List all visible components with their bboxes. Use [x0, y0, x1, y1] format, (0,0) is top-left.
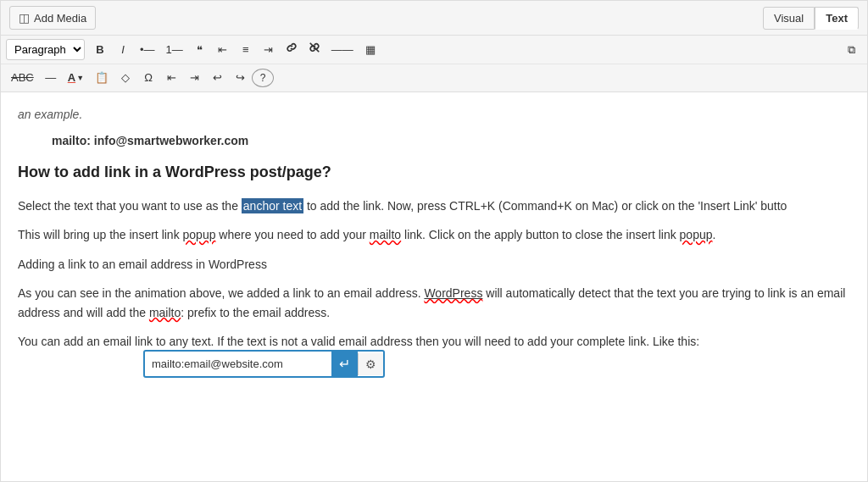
add-media-label: Add Media	[34, 12, 86, 25]
paragraph-2: This will bring up the insert link popup…	[18, 225, 850, 244]
anchor-text-highlight: anchor text	[242, 198, 303, 213]
editor-wrapper: ◫ Add Media Visual Text Paragraph Headin…	[0, 0, 868, 482]
tab-visual[interactable]: Visual	[763, 7, 815, 30]
redo-button[interactable]: ↪	[229, 67, 251, 89]
indent-button[interactable]: ⇥	[183, 67, 205, 89]
special-char-button[interactable]: Ω	[137, 67, 159, 89]
mailto-word: mailto	[370, 228, 401, 241]
tab-text[interactable]: Text	[815, 7, 859, 30]
mailto-word-2: mailto	[149, 306, 181, 319]
remove-link-button[interactable]	[303, 38, 326, 61]
link-apply-button[interactable]: ↵	[331, 352, 358, 376]
para1-after: to add the link. Now, press CTRL+K (Comm…	[303, 199, 787, 213]
blockquote-button[interactable]: ❝	[189, 39, 211, 61]
paragraph-1: Select the text that you want to use as …	[18, 197, 850, 215]
read-more-button[interactable]: ——	[326, 39, 359, 61]
ol-button[interactable]: 1—	[161, 39, 188, 61]
add-media-button[interactable]: ◫ Add Media	[9, 6, 96, 30]
undo-button[interactable]: ↩	[206, 67, 228, 89]
ul-button[interactable]: •—	[135, 39, 160, 61]
popup-word: popup	[183, 228, 216, 241]
editor-toolbar: Paragraph Heading 1 Heading 2 Heading 3 …	[1, 36, 867, 92]
paragraph-select[interactable]: Paragraph Heading 1 Heading 2 Heading 3	[6, 39, 85, 60]
intro-text: an example.	[18, 105, 850, 124]
fullscreen-button[interactable]: ⧉	[840, 39, 862, 61]
hr-button[interactable]: —	[40, 67, 62, 89]
paragraph-4: As you can see in the animation above, w…	[18, 284, 850, 322]
toolbar-row-2: ABC — A ▼ 📋 ◇ Ω ⇤ ⇥ ↩ ↪ ?	[1, 64, 867, 91]
section-heading: How to add link in a WordPress post/page…	[18, 160, 850, 185]
editor-content[interactable]: an example. mailto: info@smartwebworker.…	[1, 92, 867, 414]
link-url-input[interactable]	[145, 354, 331, 374]
insert-link-button[interactable]	[281, 38, 303, 61]
para1-before: Select the text that you want to use as …	[18, 199, 242, 213]
wordpress-link-1: WordPress	[424, 286, 482, 300]
align-right-button[interactable]: ⇥	[258, 39, 280, 61]
align-left-button[interactable]: ⇤	[212, 39, 234, 61]
mailto-line: mailto: info@smartwebworker.com	[18, 131, 850, 150]
outdent-button[interactable]: ⇤	[160, 67, 182, 89]
align-center-button[interactable]: ≡	[235, 39, 257, 61]
popup-word-2: popup	[680, 228, 713, 241]
editor-tabs: Visual Text	[763, 7, 859, 30]
toolbar-toggle-button[interactable]: ▦	[359, 39, 381, 61]
strikethrough-button[interactable]: ABC	[6, 67, 39, 89]
help-button[interactable]: ?	[252, 69, 274, 87]
italic-button[interactable]: I	[112, 39, 134, 61]
paragraph-3: Adding a link to an email address in Wor…	[18, 255, 850, 274]
paragraph-5: You can add an email link to any text. I…	[18, 332, 850, 351]
paste-text-button[interactable]: 📋	[90, 67, 114, 89]
clear-format-button[interactable]: ◇	[114, 67, 136, 89]
text-color-button[interactable]: A ▼	[63, 67, 89, 89]
bold-button[interactable]: B	[89, 39, 111, 61]
top-bar: ◫ Add Media Visual Text	[1, 1, 867, 36]
media-icon: ◫	[19, 11, 30, 25]
toolbar-row-1: Paragraph Heading 1 Heading 2 Heading 3 …	[1, 36, 867, 64]
link-popup: ↵ ⚙	[143, 350, 385, 378]
link-settings-button[interactable]: ⚙	[358, 353, 383, 375]
